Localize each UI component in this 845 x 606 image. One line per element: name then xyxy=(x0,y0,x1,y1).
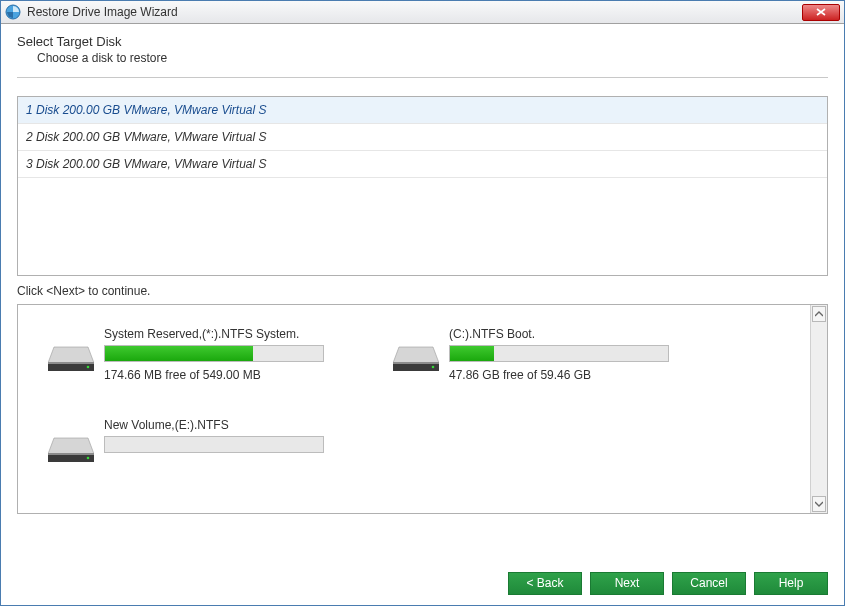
titlebar: Restore Drive Image Wizard xyxy=(1,1,844,24)
partition-title: New Volume,(E:).NTFS xyxy=(104,418,348,432)
next-button[interactable]: Next xyxy=(590,572,664,595)
scroll-up-button[interactable] xyxy=(812,306,826,322)
chevron-down-icon xyxy=(815,501,823,507)
app-icon xyxy=(5,4,21,20)
partition-title: (C:).NTFS Boot. xyxy=(449,327,693,341)
cancel-button[interactable]: Cancel xyxy=(672,572,746,595)
partition-usage-bar xyxy=(104,345,324,362)
window-title: Restore Drive Image Wizard xyxy=(27,5,802,19)
scroll-down-button[interactable] xyxy=(812,496,826,512)
drive-icon xyxy=(393,345,439,375)
disk-row[interactable]: 1 Disk 200.00 GB VMware, VMware Virtual … xyxy=(18,97,827,124)
drive-icon xyxy=(48,436,94,466)
svg-marker-1 xyxy=(48,347,94,363)
partition-free-text: 47.86 GB free of 59.46 GB xyxy=(449,368,693,382)
svg-rect-11 xyxy=(48,453,94,455)
partition-usage-bar xyxy=(104,436,324,453)
disk-list[interactable]: 1 Disk 200.00 GB VMware, VMware Virtual … xyxy=(17,96,828,276)
help-button[interactable]: Help xyxy=(754,572,828,595)
partition-free-text: 174.66 MB free of 549.00 MB xyxy=(104,368,348,382)
disk-row[interactable]: 2 Disk 200.00 GB VMware, VMware Virtual … xyxy=(18,124,827,151)
close-button[interactable] xyxy=(802,4,840,21)
svg-point-4 xyxy=(87,366,90,369)
svg-point-8 xyxy=(432,366,435,369)
page-subheading: Choose a disk to restore xyxy=(37,51,828,65)
svg-rect-7 xyxy=(393,362,439,364)
drive-icon xyxy=(48,345,94,375)
partition-pane: System Reserved,(*:).NTFS System.174.66 … xyxy=(17,304,828,514)
svg-marker-9 xyxy=(48,438,94,454)
partition-usage-bar xyxy=(449,345,669,362)
footer: < Back Next Cancel Help xyxy=(1,561,844,605)
back-button[interactable]: < Back xyxy=(508,572,582,595)
close-icon xyxy=(816,8,826,16)
svg-point-12 xyxy=(87,457,90,460)
partition-usage-fill xyxy=(105,346,253,361)
divider xyxy=(17,77,828,78)
chevron-up-icon xyxy=(815,311,823,317)
partition: (C:).NTFS Boot.47.86 GB free of 59.46 GB xyxy=(393,327,693,382)
scrollbar[interactable] xyxy=(810,305,827,513)
content-area: Select Target Disk Choose a disk to rest… xyxy=(1,24,844,561)
page-heading: Select Target Disk xyxy=(17,34,828,49)
partition: New Volume,(E:).NTFS xyxy=(48,418,348,466)
partition-scroll[interactable]: System Reserved,(*:).NTFS System.174.66 … xyxy=(18,305,810,513)
svg-rect-3 xyxy=(48,362,94,364)
partition-title: System Reserved,(*:).NTFS System. xyxy=(104,327,348,341)
partition: System Reserved,(*:).NTFS System.174.66 … xyxy=(48,327,348,382)
partition-usage-fill xyxy=(450,346,494,361)
continue-note: Click <Next> to continue. xyxy=(17,284,828,298)
disk-row[interactable]: 3 Disk 200.00 GB VMware, VMware Virtual … xyxy=(18,151,827,178)
svg-marker-5 xyxy=(393,347,439,363)
wizard-window: Restore Drive Image Wizard Select Target… xyxy=(0,0,845,606)
